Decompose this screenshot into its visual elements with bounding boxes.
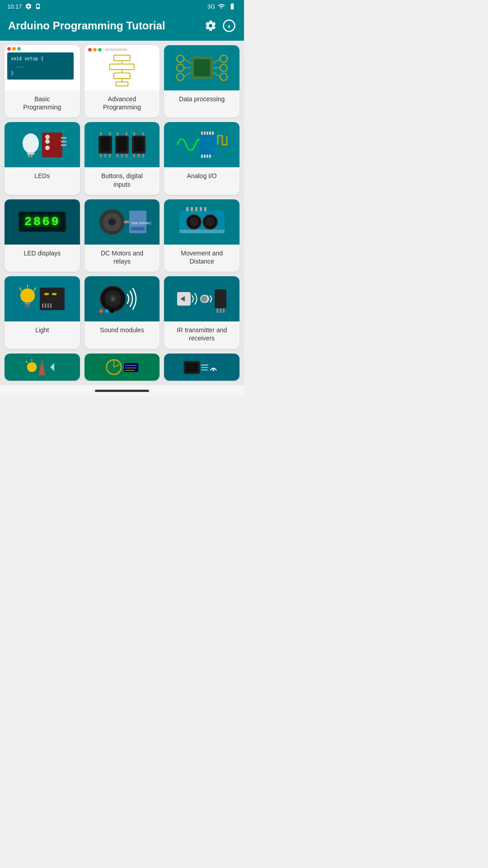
svg-rect-62 — [201, 155, 203, 158]
svg-line-21 — [213, 59, 220, 63]
battery-icon — [228, 3, 237, 10]
card-image-bottom1 — [5, 354, 80, 381]
svg-rect-52 — [138, 154, 140, 157]
app-title: Arduino Programming Tutorial — [8, 19, 204, 32]
svg-point-17 — [220, 73, 227, 80]
card-label-light: Light — [33, 321, 52, 340]
svg-rect-39 — [109, 154, 111, 157]
svg-point-15 — [220, 55, 227, 62]
svg-marker-115 — [39, 359, 45, 375]
svg-rect-5 — [110, 64, 134, 70]
card-light[interactable]: Light — [5, 276, 80, 349]
status-right: 3G — [207, 3, 237, 10]
category-grid: void setup { ...} BasicProgramming — [0, 41, 244, 354]
svg-rect-111 — [223, 308, 225, 313]
signal-icon — [218, 3, 225, 10]
svg-rect-109 — [216, 308, 218, 313]
settings-button[interactable] — [204, 19, 217, 32]
svg-rect-61 — [212, 132, 214, 135]
card-label-dc-motors-relays: DC Motors andrelays — [98, 245, 146, 272]
network-type: 3G — [207, 3, 215, 10]
card-label-advanced-programming: AdvancedProgramming — [100, 90, 144, 118]
svg-rect-91 — [40, 288, 65, 310]
card-image-bottom2 — [84, 354, 160, 381]
svg-rect-56 — [200, 134, 216, 155]
svg-rect-25 — [27, 152, 34, 155]
svg-rect-108 — [215, 289, 226, 308]
card-leds[interactable]: LEDs — [5, 122, 80, 194]
svg-rect-55 — [142, 132, 144, 136]
svg-rect-36 — [100, 137, 110, 151]
svg-point-14 — [177, 73, 184, 80]
card-ir-transmitter-receivers[interactable]: IR transmitter andreceivers — [164, 276, 239, 349]
status-time: 10:17 — [7, 3, 22, 10]
svg-rect-3 — [114, 55, 130, 61]
svg-rect-43 — [117, 137, 127, 151]
svg-rect-97 — [50, 303, 52, 308]
svg-rect-77 — [200, 207, 202, 211]
svg-rect-92 — [44, 293, 49, 295]
card-label-basic-programming: BasicProgramming — [20, 90, 64, 118]
svg-point-107 — [201, 296, 207, 302]
card-basic-programming[interactable]: void setup { ...} BasicProgramming — [5, 45, 80, 118]
svg-point-103 — [105, 309, 108, 313]
svg-rect-76 — [195, 207, 197, 211]
svg-point-68 — [108, 218, 116, 226]
card-label-ir: IR transmitter andreceivers — [174, 321, 230, 349]
card-bottom2[interactable] — [84, 354, 160, 381]
svg-rect-60 — [209, 132, 211, 135]
svg-rect-37 — [100, 154, 102, 157]
svg-point-112 — [27, 362, 37, 372]
svg-rect-31 — [61, 144, 66, 146]
svg-rect-78 — [204, 207, 206, 211]
svg-rect-87 — [28, 304, 29, 307]
svg-rect-48 — [126, 132, 127, 136]
sim-status-icon — [35, 3, 41, 10]
card-image-movement-distance — [164, 199, 239, 245]
card-analog-io[interactable]: Analog I/O — [164, 122, 239, 194]
svg-point-102 — [99, 309, 103, 313]
nav-pill — [95, 390, 149, 392]
svg-rect-86 — [26, 304, 27, 307]
card-label-data-processing: Data processing — [176, 90, 227, 109]
header-icons — [204, 19, 236, 33]
svg-rect-57 — [201, 132, 203, 135]
svg-rect-72 — [131, 227, 145, 231]
card-image-leds — [5, 122, 80, 167]
svg-line-114 — [26, 361, 28, 363]
svg-line-20 — [184, 72, 191, 77]
svg-rect-59 — [206, 132, 208, 135]
svg-rect-65 — [209, 155, 211, 158]
svg-rect-40 — [100, 132, 102, 136]
svg-point-33 — [45, 146, 50, 150]
svg-rect-95 — [45, 303, 46, 308]
svg-rect-69 — [124, 221, 129, 223]
svg-rect-51 — [133, 154, 135, 157]
svg-line-18 — [184, 59, 191, 63]
card-buttons-digital-inputs[interactable]: Buttons, digitalinputs — [84, 122, 160, 194]
info-button[interactable] — [222, 19, 236, 33]
card-label-movement-distance: Movement andDistance — [178, 245, 225, 272]
card-label-led-displays: LED displays — [21, 245, 63, 264]
card-bottom1[interactable] — [5, 354, 80, 381]
card-image-basic-programming: void setup { ...} — [5, 45, 80, 90]
svg-rect-96 — [47, 303, 49, 308]
card-sound-modules[interactable]: Sound modules — [84, 276, 160, 349]
svg-rect-9 — [116, 82, 128, 86]
card-image-led-displays: 2869 — [5, 199, 80, 245]
card-bottom3[interactable] — [164, 354, 239, 381]
card-movement-distance[interactable]: Movement andDistance — [164, 199, 239, 272]
svg-rect-26 — [28, 155, 30, 157]
card-advanced-programming[interactable]: AdvancedProgramming — [84, 45, 160, 118]
card-data-processing[interactable]: Data processing — [164, 45, 239, 118]
svg-point-12 — [177, 55, 184, 62]
svg-rect-29 — [61, 137, 66, 139]
svg-line-119 — [114, 364, 120, 367]
card-led-displays[interactable]: 2869 LED displays — [5, 199, 80, 272]
svg-point-24 — [23, 133, 39, 153]
svg-rect-45 — [121, 154, 123, 157]
svg-line-23 — [213, 72, 220, 77]
status-bar: 10:17 3G — [0, 0, 244, 13]
card-dc-motors-relays[interactable]: 10A 250VAC DC Motors andrelays — [84, 199, 160, 272]
svg-rect-110 — [220, 308, 221, 313]
